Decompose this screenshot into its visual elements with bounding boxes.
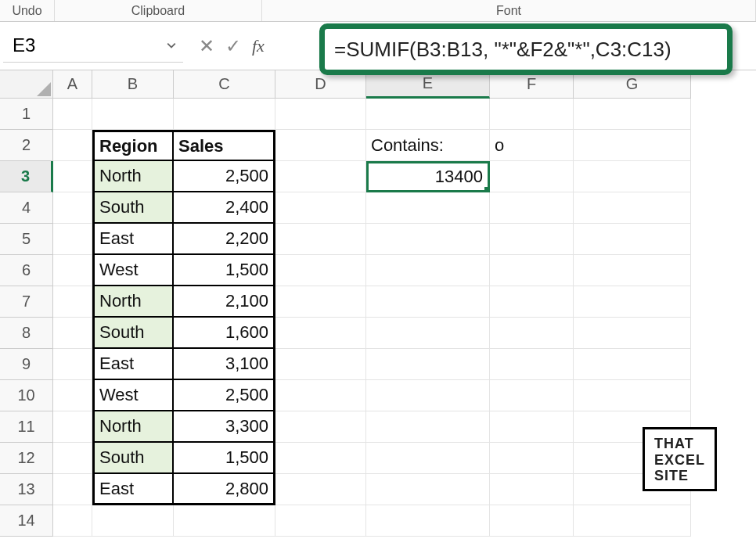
cell-G10[interactable]	[574, 380, 691, 411]
select-all-corner[interactable]	[0, 70, 53, 99]
row-header-11[interactable]: 11	[0, 411, 53, 443]
cell-B8[interactable]: South	[92, 318, 174, 349]
cell-A14[interactable]	[53, 505, 92, 537]
cell-G4[interactable]	[574, 192, 691, 224]
cell-C2[interactable]: Sales	[174, 130, 275, 161]
cell-E8[interactable]	[366, 318, 490, 349]
cell-A7[interactable]	[53, 286, 92, 318]
cell-E11[interactable]	[366, 411, 490, 443]
cell-A3[interactable]	[53, 161, 92, 192]
cell-E9[interactable]	[366, 349, 490, 380]
row-header-9[interactable]: 9	[0, 349, 53, 380]
cell-D1[interactable]	[275, 99, 366, 130]
row-header-2[interactable]: 2	[0, 130, 53, 161]
cell-B6[interactable]: West	[92, 255, 174, 286]
cell-C10[interactable]: 2,500	[174, 380, 275, 411]
cell-G2[interactable]	[574, 130, 691, 161]
cell-E1[interactable]	[366, 99, 490, 130]
cell-D11[interactable]	[275, 411, 366, 443]
cell-A6[interactable]	[53, 255, 92, 286]
row-header-13[interactable]: 13	[0, 474, 53, 505]
formula-bar-input[interactable]: =SUMIF(B3:B13, "*"&F2&"*",C3:C13)	[319, 23, 733, 75]
cell-E12[interactable]	[366, 443, 490, 474]
cell-A5[interactable]	[53, 224, 92, 255]
cell-B7[interactable]: North	[92, 286, 174, 318]
cancel-icon[interactable]: ✕	[199, 35, 214, 57]
cell-D2[interactable]	[275, 130, 366, 161]
fx-icon[interactable]: fx	[252, 36, 265, 56]
cell-F5[interactable]	[490, 224, 574, 255]
cell-A4[interactable]	[53, 192, 92, 224]
cell-F12[interactable]	[490, 443, 574, 474]
cell-B3[interactable]: North	[92, 161, 174, 192]
cell-E13[interactable]	[366, 474, 490, 505]
cell-D9[interactable]	[275, 349, 366, 380]
cell-F10[interactable]	[490, 380, 574, 411]
cell-F11[interactable]	[490, 411, 574, 443]
cell-B2[interactable]: Region	[92, 130, 174, 161]
cell-E10[interactable]	[366, 380, 490, 411]
row-header-8[interactable]: 8	[0, 318, 53, 349]
cell-G8[interactable]	[574, 318, 691, 349]
cell-B5[interactable]: East	[92, 224, 174, 255]
cell-C1[interactable]	[174, 99, 275, 130]
cell-E4[interactable]	[366, 192, 490, 224]
cell-G1[interactable]	[574, 99, 691, 130]
cell-B14[interactable]	[92, 505, 174, 537]
cell-G3[interactable]	[574, 161, 691, 192]
cell-G6[interactable]	[574, 255, 691, 286]
row-header-3[interactable]: 3	[0, 161, 53, 192]
cell-A12[interactable]	[53, 443, 92, 474]
cell-C9[interactable]: 3,100	[174, 349, 275, 380]
cell-C6[interactable]: 1,500	[174, 255, 275, 286]
row-header-6[interactable]: 6	[0, 255, 53, 286]
cell-D4[interactable]	[275, 192, 366, 224]
cell-F1[interactable]	[490, 99, 574, 130]
cell-C14[interactable]	[174, 505, 275, 537]
cell-C5[interactable]: 2,200	[174, 224, 275, 255]
cell-C4[interactable]: 2,400	[174, 192, 275, 224]
cell-F4[interactable]	[490, 192, 574, 224]
cell-F6[interactable]	[490, 255, 574, 286]
cell-A13[interactable]	[53, 474, 92, 505]
row-header-14[interactable]: 14	[0, 505, 53, 537]
cell-A1[interactable]	[53, 99, 92, 130]
cell-G7[interactable]	[574, 286, 691, 318]
cell-G14[interactable]	[574, 505, 691, 537]
row-header-12[interactable]: 12	[0, 443, 53, 474]
cell-C3[interactable]: 2,500	[174, 161, 275, 192]
row-header-1[interactable]: 1	[0, 99, 53, 130]
cell-G9[interactable]	[574, 349, 691, 380]
name-box[interactable]	[8, 31, 164, 60]
enter-icon[interactable]: ✓	[225, 35, 241, 57]
cell-B1[interactable]	[92, 99, 174, 130]
cell-F2[interactable]: o	[490, 130, 574, 161]
cell-A8[interactable]	[53, 318, 92, 349]
row-header-7[interactable]: 7	[0, 286, 53, 318]
cell-B11[interactable]: North	[92, 411, 174, 443]
cell-A10[interactable]	[53, 380, 92, 411]
cell-F14[interactable]	[490, 505, 574, 537]
row-header-5[interactable]: 5	[0, 224, 53, 255]
cell-E3[interactable]: 13400	[366, 161, 490, 192]
cell-D5[interactable]	[275, 224, 366, 255]
cell-A11[interactable]	[53, 411, 92, 443]
cell-F3[interactable]	[490, 161, 574, 192]
cell-B4[interactable]: South	[92, 192, 174, 224]
cell-E2[interactable]: Contains:	[366, 130, 490, 161]
cell-G5[interactable]	[574, 224, 691, 255]
cell-B9[interactable]: East	[92, 349, 174, 380]
cell-B12[interactable]: South	[92, 443, 174, 474]
cell-D13[interactable]	[275, 474, 366, 505]
cell-E5[interactable]	[366, 224, 490, 255]
cell-D10[interactable]	[275, 380, 366, 411]
cell-B10[interactable]: West	[92, 380, 174, 411]
cell-F7[interactable]	[490, 286, 574, 318]
cell-D8[interactable]	[275, 318, 366, 349]
col-header-C[interactable]: C	[174, 70, 275, 99]
cell-C8[interactable]: 1,600	[174, 318, 275, 349]
cell-F13[interactable]	[490, 474, 574, 505]
cell-A2[interactable]	[53, 130, 92, 161]
cell-F9[interactable]	[490, 349, 574, 380]
cell-A9[interactable]	[53, 349, 92, 380]
